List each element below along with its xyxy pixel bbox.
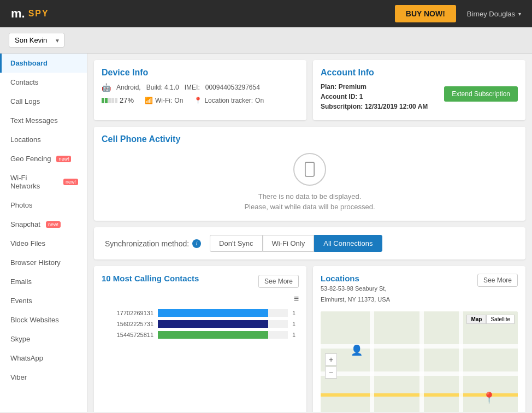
no-data-text: There is no data to be displayed. [102, 192, 518, 200]
info-icon[interactable]: i [192, 239, 201, 248]
sidebar-item-viber[interactable]: Viber [0, 368, 87, 387]
satellite-button[interactable]: Satellite [486, 315, 515, 324]
account-details: Plan: Premium Account ID: 1 Subscritpion… [321, 83, 444, 113]
sync-card: Synchronization method: i Don't Sync Wi-… [94, 227, 525, 259]
bar-container-2 [158, 320, 288, 328]
sidebar-label-contacts: Contacts [10, 78, 38, 86]
cell-activity-card: Cell Phone Activity There is no data to … [94, 127, 525, 221]
sidebar-label-viber: Viber [10, 373, 27, 381]
contacts-card: 10 Most Calling Contacts See More ≡ 1770… [94, 266, 306, 412]
device-imei: 000944053297654 [205, 84, 260, 91]
extend-subscription-button[interactable]: Extend Subscription [444, 86, 518, 102]
sidebar-item-video-files[interactable]: Video Files [0, 234, 87, 253]
device-info-row: 🤖 Android, Build: 4.1.0 IMEI: 0009440532… [102, 83, 299, 92]
bar-count-2: 1 [292, 321, 299, 327]
processing-text: Please, wait while data will be processe… [102, 203, 518, 211]
device-selector[interactable]: Son Kevin [9, 33, 64, 48]
location-label: Location tracker: [204, 97, 253, 104]
sidebar-item-skype[interactable]: Skype [0, 329, 87, 349]
logo-m-icon: m. [11, 7, 25, 21]
device-os: Android, [116, 84, 141, 91]
wifi-stat: 📶 Wi-Fi: On [145, 97, 183, 104]
geo-fencing-badge: new! [56, 156, 71, 162]
dont-sync-button[interactable]: Don't Sync [210, 235, 262, 252]
sidebar-label-emails: Emails [10, 278, 32, 286]
battery-seg-2 [105, 98, 108, 103]
sidebar-label-dashboard: Dashboard [10, 59, 48, 67]
chevron-down-icon: ▾ [518, 11, 521, 17]
sync-buttons: Don't Sync Wi-Fi Only All Connections [210, 235, 382, 252]
map-background: Map Satellite + − 👤 📍 [321, 311, 518, 412]
user-name: Birney Douglas [467, 10, 515, 18]
account-inner: Plan: Premium Account ID: 1 Subscritpion… [321, 83, 518, 113]
sidebar-label-skype: Skype [10, 335, 30, 343]
sidebar-item-call-logs[interactable]: Call Logs [0, 92, 87, 111]
battery-bar: 27% [102, 96, 134, 104]
sync-label: Synchronization method: i [105, 239, 201, 248]
bar-label-2: 15602225731 [102, 321, 153, 327]
battery-seg-3 [108, 98, 111, 103]
person-marker: 👤 [351, 344, 363, 356]
sidebar-label-photos: Photos [10, 201, 32, 209]
device-selector-wrap: Son Kevin [9, 33, 64, 48]
locations-address2: Elmhurst, NY 11373, USA [321, 296, 390, 303]
map-button[interactable]: Map [466, 315, 486, 324]
bar-fill-3 [158, 331, 268, 339]
sidebar-item-photos[interactable]: Photos [0, 196, 87, 215]
sidebar-label-video-files: Video Files [10, 239, 45, 247]
plan-label: Plan: [321, 83, 336, 91]
buy-now-button[interactable]: BUY NOW! [395, 5, 456, 22]
sync-label-text: Synchronization method: [105, 239, 189, 248]
wifi-only-button[interactable]: Wi-Fi Only [263, 235, 315, 252]
wifi-networks-badge: new! [63, 179, 78, 185]
device-stats: 27% 📶 Wi-Fi: On 📍 Location tracker: On [102, 96, 299, 104]
sidebar: Dashboard Contacts Call Logs Text Messag… [0, 54, 87, 412]
sidebar-item-whatsapp[interactable]: WhatsApp [0, 349, 87, 368]
sidebar-item-geo-fencing[interactable]: Geo Fencing new! [0, 149, 87, 168]
sidebar-label-call-logs: Call Logs [10, 97, 40, 105]
hamburger-icon[interactable]: ≡ [294, 294, 299, 303]
sidebar-item-block-websites[interactable]: Block Websites [0, 310, 87, 329]
header: m. SPY BUY NOW! Birney Douglas ▾ [0, 0, 532, 27]
location-stat: 📍 Location tracker: On [194, 97, 264, 104]
sidebar-label-wifi-networks: Wi-Fi Networks [10, 174, 58, 190]
map-type-buttons: Map Satellite [466, 315, 515, 324]
bar-count-3: 1 [292, 332, 299, 338]
map-header: Locations 53-82-53-98 Seabury St, Elmhur… [321, 274, 518, 307]
sidebar-label-events: Events [10, 297, 32, 305]
sidebar-item-snapchat[interactable]: Snapchat new! [0, 215, 87, 234]
contacts-see-more-button[interactable]: See More [258, 275, 299, 288]
account-info-card: Account Info Plan: Premium Account ID: 1… [313, 60, 525, 120]
bar-label-1: 17702269131 [102, 310, 153, 316]
account-id-row: Account ID: 1 [321, 93, 444, 101]
phone-icon [293, 153, 326, 186]
zoom-in-button[interactable]: + [325, 353, 337, 365]
device-imei-label: IMEI: [185, 84, 200, 91]
sidebar-item-locations[interactable]: Locations [0, 130, 87, 149]
battery-seg-1 [102, 98, 104, 103]
battery-visual [102, 98, 117, 103]
sidebar-item-dashboard[interactable]: Dashboard [0, 54, 87, 73]
sidebar-item-emails[interactable]: Emails [0, 272, 87, 291]
bar-chart: 17702269131 1 15602225731 1 [102, 309, 299, 339]
wifi-icon: 📶 [145, 97, 153, 104]
sidebar-item-browser-history[interactable]: Browser History [0, 253, 87, 272]
bar-fill-2 [158, 320, 268, 328]
account-id-label: Account ID: [321, 93, 357, 101]
zoom-out-button[interactable]: − [325, 367, 337, 379]
all-connections-button[interactable]: All Connections [314, 235, 382, 252]
sidebar-item-text-messages[interactable]: Text Messages [0, 111, 87, 130]
sidebar-item-contacts[interactable]: Contacts [0, 73, 87, 92]
bar-container-1 [158, 309, 288, 317]
user-menu[interactable]: Birney Douglas ▾ [467, 10, 521, 18]
locations-see-more-button[interactable]: See More [477, 274, 518, 287]
subscription-row: Subscritpion: 12/31/2019 12:00 AM [321, 103, 444, 110]
main-content: Device Info 🤖 Android, Build: 4.1.0 IMEI… [87, 54, 532, 412]
plan-value: Premium [339, 83, 367, 91]
sidebar-item-events[interactable]: Events [0, 291, 87, 310]
sidebar-label-geo-fencing: Geo Fencing [10, 155, 51, 163]
device-build: Build: 4.1.0 [146, 84, 179, 91]
snapchat-badge: new! [46, 221, 61, 228]
wifi-status: On [174, 97, 183, 104]
sidebar-item-wifi-networks[interactable]: Wi-Fi Networks new! [0, 168, 87, 196]
